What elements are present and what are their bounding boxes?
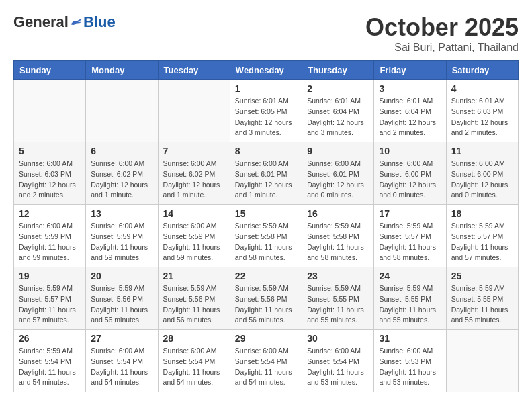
day-number: 9 bbox=[307, 146, 369, 156]
day-info: Sunrise: 5:59 AM Sunset: 5:55 PM Dayligh… bbox=[451, 283, 513, 326]
day-number: 1 bbox=[235, 83, 297, 94]
logo-general-text: General bbox=[13, 13, 69, 31]
calendar-table: SundayMondayTuesdayWednesdayThursdayFrid… bbox=[13, 60, 519, 392]
day-number: 14 bbox=[163, 208, 225, 219]
day-number: 3 bbox=[379, 83, 441, 94]
calendar-cell: 23Sunrise: 5:59 AM Sunset: 5:55 PM Dayli… bbox=[302, 267, 374, 330]
day-info: Sunrise: 5:59 AM Sunset: 5:57 PM Dayligh… bbox=[451, 221, 513, 263]
day-number: 23 bbox=[307, 271, 369, 281]
day-number: 13 bbox=[91, 208, 152, 219]
month-title: October 2025 bbox=[365, 13, 519, 42]
calendar-cell: 14Sunrise: 6:00 AM Sunset: 5:59 PM Dayli… bbox=[158, 205, 230, 267]
day-info: Sunrise: 6:01 AM Sunset: 6:04 PM Dayligh… bbox=[379, 96, 441, 138]
day-info: Sunrise: 5:59 AM Sunset: 5:56 PM Dayligh… bbox=[163, 283, 225, 326]
day-info: Sunrise: 5:59 AM Sunset: 5:55 PM Dayligh… bbox=[379, 283, 441, 326]
day-number: 15 bbox=[235, 208, 297, 219]
day-number: 6 bbox=[91, 146, 152, 156]
calendar-header-wednesday: Wednesday bbox=[230, 61, 302, 80]
calendar-cell: 25Sunrise: 5:59 AM Sunset: 5:55 PM Dayli… bbox=[446, 267, 518, 330]
day-number: 25 bbox=[451, 271, 513, 281]
day-number: 22 bbox=[235, 271, 297, 281]
title-section: October 2025 Sai Buri, Pattani, Thailand bbox=[365, 13, 519, 54]
day-info: Sunrise: 6:00 AM Sunset: 6:01 PM Dayligh… bbox=[235, 158, 297, 201]
calendar-cell: 21Sunrise: 5:59 AM Sunset: 5:56 PM Dayli… bbox=[158, 267, 230, 330]
day-number: 5 bbox=[19, 146, 81, 156]
day-info: Sunrise: 5:59 AM Sunset: 5:55 PM Dayligh… bbox=[307, 283, 369, 326]
calendar-cell: 6Sunrise: 6:00 AM Sunset: 6:02 PM Daylig… bbox=[86, 142, 158, 205]
calendar-cell: 1Sunrise: 6:01 AM Sunset: 6:05 PM Daylig… bbox=[230, 80, 302, 142]
day-info: Sunrise: 6:00 AM Sunset: 6:00 PM Dayligh… bbox=[379, 158, 441, 201]
day-number: 31 bbox=[379, 333, 441, 344]
calendar-cell: 7Sunrise: 6:00 AM Sunset: 6:02 PM Daylig… bbox=[158, 142, 230, 205]
calendar-header-sunday: Sunday bbox=[14, 61, 86, 80]
calendar-cell: 12Sunrise: 6:00 AM Sunset: 5:59 PM Dayli… bbox=[14, 205, 86, 267]
calendar-cell: 4Sunrise: 6:01 AM Sunset: 6:03 PM Daylig… bbox=[446, 80, 518, 142]
day-number: 12 bbox=[19, 208, 81, 219]
day-number: 2 bbox=[307, 83, 369, 94]
day-number: 18 bbox=[451, 208, 513, 219]
calendar-cell: 16Sunrise: 5:59 AM Sunset: 5:58 PM Dayli… bbox=[302, 205, 374, 267]
calendar-week-row: 26Sunrise: 5:59 AM Sunset: 5:54 PM Dayli… bbox=[14, 330, 519, 392]
day-number: 4 bbox=[451, 83, 513, 94]
day-info: Sunrise: 5:59 AM Sunset: 5:57 PM Dayligh… bbox=[19, 283, 81, 326]
logo-bird-icon bbox=[70, 15, 83, 29]
calendar-cell bbox=[86, 80, 158, 142]
day-info: Sunrise: 5:59 AM Sunset: 5:56 PM Dayligh… bbox=[91, 283, 152, 326]
day-info: Sunrise: 5:59 AM Sunset: 5:56 PM Dayligh… bbox=[235, 283, 297, 326]
page-header: General Blue October 2025 Sai Buri, Patt… bbox=[13, 13, 519, 54]
calendar-cell bbox=[14, 80, 86, 142]
logo-blue-text: Blue bbox=[83, 13, 116, 31]
calendar-cell: 13Sunrise: 6:00 AM Sunset: 5:59 PM Dayli… bbox=[86, 205, 158, 267]
day-info: Sunrise: 6:00 AM Sunset: 5:59 PM Dayligh… bbox=[19, 221, 81, 263]
day-number: 21 bbox=[163, 271, 225, 281]
day-info: Sunrise: 6:00 AM Sunset: 6:00 PM Dayligh… bbox=[451, 158, 513, 201]
day-number: 26 bbox=[19, 333, 81, 344]
calendar-cell: 3Sunrise: 6:01 AM Sunset: 6:04 PM Daylig… bbox=[374, 80, 446, 142]
day-info: Sunrise: 6:00 AM Sunset: 5:54 PM Dayligh… bbox=[235, 346, 297, 388]
day-info: Sunrise: 5:59 AM Sunset: 5:58 PM Dayligh… bbox=[307, 221, 369, 263]
calendar-cell: 27Sunrise: 6:00 AM Sunset: 5:54 PM Dayli… bbox=[86, 330, 158, 392]
calendar-cell: 30Sunrise: 6:00 AM Sunset: 5:54 PM Dayli… bbox=[302, 330, 374, 392]
calendar-cell: 31Sunrise: 6:00 AM Sunset: 5:53 PM Dayli… bbox=[374, 330, 446, 392]
day-number: 27 bbox=[91, 333, 152, 344]
calendar-week-row: 5Sunrise: 6:00 AM Sunset: 6:03 PM Daylig… bbox=[14, 142, 519, 205]
calendar-cell: 17Sunrise: 5:59 AM Sunset: 5:57 PM Dayli… bbox=[374, 205, 446, 267]
day-info: Sunrise: 6:00 AM Sunset: 5:54 PM Dayligh… bbox=[91, 346, 152, 388]
calendar-cell bbox=[158, 80, 230, 142]
calendar-cell: 18Sunrise: 5:59 AM Sunset: 5:57 PM Dayli… bbox=[446, 205, 518, 267]
day-info: Sunrise: 5:59 AM Sunset: 5:58 PM Dayligh… bbox=[235, 221, 297, 263]
calendar-header-thursday: Thursday bbox=[302, 61, 374, 80]
day-info: Sunrise: 6:00 AM Sunset: 5:53 PM Dayligh… bbox=[379, 346, 441, 388]
day-info: Sunrise: 6:00 AM Sunset: 5:59 PM Dayligh… bbox=[163, 221, 225, 263]
calendar-cell: 10Sunrise: 6:00 AM Sunset: 6:00 PM Dayli… bbox=[374, 142, 446, 205]
calendar-cell: 24Sunrise: 5:59 AM Sunset: 5:55 PM Dayli… bbox=[374, 267, 446, 330]
calendar-cell: 28Sunrise: 6:00 AM Sunset: 5:54 PM Dayli… bbox=[158, 330, 230, 392]
calendar-week-row: 12Sunrise: 6:00 AM Sunset: 5:59 PM Dayli… bbox=[14, 205, 519, 267]
calendar-cell: 9Sunrise: 6:00 AM Sunset: 6:01 PM Daylig… bbox=[302, 142, 374, 205]
day-number: 28 bbox=[163, 333, 225, 344]
calendar-header-monday: Monday bbox=[86, 61, 158, 80]
day-info: Sunrise: 6:01 AM Sunset: 6:03 PM Dayligh… bbox=[451, 96, 513, 138]
calendar-cell: 19Sunrise: 5:59 AM Sunset: 5:57 PM Dayli… bbox=[14, 267, 86, 330]
calendar-header-row: SundayMondayTuesdayWednesdayThursdayFrid… bbox=[14, 61, 519, 80]
calendar-week-row: 19Sunrise: 5:59 AM Sunset: 5:57 PM Dayli… bbox=[14, 267, 519, 330]
calendar-cell: 15Sunrise: 5:59 AM Sunset: 5:58 PM Dayli… bbox=[230, 205, 302, 267]
calendar-cell: 26Sunrise: 5:59 AM Sunset: 5:54 PM Dayli… bbox=[14, 330, 86, 392]
calendar-cell: 2Sunrise: 6:01 AM Sunset: 6:04 PM Daylig… bbox=[302, 80, 374, 142]
day-number: 8 bbox=[235, 146, 297, 156]
day-info: Sunrise: 6:00 AM Sunset: 5:54 PM Dayligh… bbox=[163, 346, 225, 388]
calendar-cell bbox=[446, 330, 518, 392]
day-info: Sunrise: 6:00 AM Sunset: 6:02 PM Dayligh… bbox=[91, 158, 152, 201]
calendar-header-saturday: Saturday bbox=[446, 61, 518, 80]
calendar-cell: 11Sunrise: 6:00 AM Sunset: 6:00 PM Dayli… bbox=[446, 142, 518, 205]
day-number: 19 bbox=[19, 271, 81, 281]
day-info: Sunrise: 6:00 AM Sunset: 6:02 PM Dayligh… bbox=[163, 158, 225, 201]
day-number: 24 bbox=[379, 271, 441, 281]
day-info: Sunrise: 6:01 AM Sunset: 6:05 PM Dayligh… bbox=[235, 96, 297, 138]
calendar-cell: 8Sunrise: 6:00 AM Sunset: 6:01 PM Daylig… bbox=[230, 142, 302, 205]
day-info: Sunrise: 5:59 AM Sunset: 5:57 PM Dayligh… bbox=[379, 221, 441, 263]
day-number: 30 bbox=[307, 333, 369, 344]
logo: General Blue bbox=[13, 13, 116, 31]
day-info: Sunrise: 6:00 AM Sunset: 5:54 PM Dayligh… bbox=[307, 346, 369, 388]
day-number: 29 bbox=[235, 333, 297, 344]
